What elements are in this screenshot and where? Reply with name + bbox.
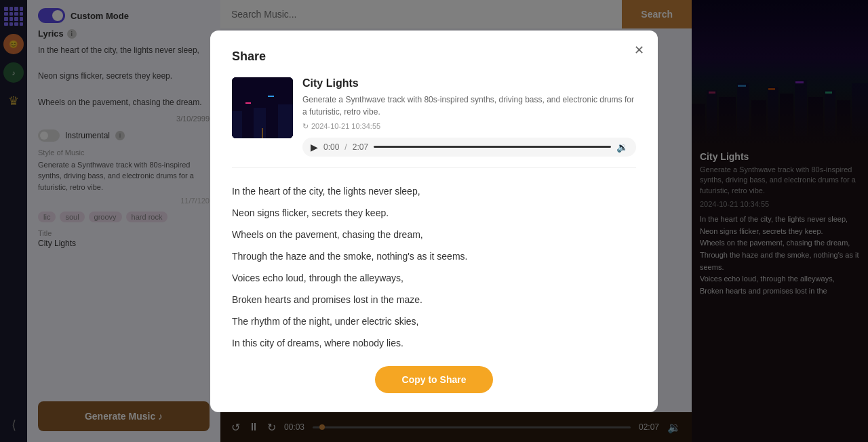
- svg-rect-23: [267, 94, 277, 138]
- lyric-line-2: Neon signs flicker, secrets they keep.: [232, 203, 636, 222]
- modal-current-time: 0:00: [323, 142, 339, 152]
- modal-lyrics: In the heart of the city, the lights nev…: [232, 182, 636, 353]
- album-art-svg: [232, 77, 293, 138]
- lyric-line-7: The rhythm of the night, under electric …: [232, 312, 636, 331]
- modal-track-row: City Lights Generate a Synthwave track w…: [232, 77, 636, 168]
- svg-rect-26: [268, 96, 274, 97]
- lyric-line-1: In the heart of the city, the lights nev…: [232, 182, 636, 201]
- modal-player: ▶ 0:00 / 2:07 🔉: [302, 138, 636, 157]
- modal-title: Share: [232, 49, 636, 64]
- lyric-line-6: Broken hearts and promises lost in the m…: [232, 290, 636, 309]
- modal-duration: 2:07: [353, 142, 368, 152]
- lyric-line-8: In this city of dreams, where nobody lie…: [232, 334, 636, 353]
- modal-album-art: [232, 77, 293, 138]
- lyric-line-4: Through the haze and the smoke, nothing'…: [232, 247, 636, 266]
- modal-close-button[interactable]: ✕: [634, 43, 644, 58]
- svg-rect-22: [254, 108, 266, 138]
- app-container: 😊 ♪ ♛ ⟨ Custom Mode Lyrics i In the hear…: [0, 0, 868, 442]
- date-icon: ↻: [302, 122, 309, 131]
- modal-track-info: City Lights Generate a Synthwave track w…: [302, 77, 636, 157]
- share-modal: Share ✕: [210, 31, 658, 412]
- svg-rect-21: [244, 101, 252, 138]
- modal-overlay[interactable]: Share ✕: [0, 0, 868, 442]
- modal-progress-bar[interactable]: [374, 146, 611, 148]
- modal-track-desc: Generate a Synthwave track with 80s-insp…: [302, 94, 636, 118]
- svg-rect-24: [278, 104, 293, 138]
- modal-play-button[interactable]: ▶: [311, 142, 318, 153]
- copy-share-button[interactable]: Copy to Share: [375, 366, 494, 393]
- svg-rect-25: [245, 102, 251, 104]
- lyric-line-5: Voices echo loud, through the alleyways,: [232, 268, 636, 287]
- modal-track-date: ↻ 2024-10-21 10:34:55: [302, 122, 636, 131]
- lyric-line-3: Wheels on the pavement, chasing the drea…: [232, 225, 636, 244]
- modal-footer: Copy to Share: [232, 366, 636, 393]
- modal-track-title: City Lights: [302, 77, 636, 89]
- modal-volume-icon[interactable]: 🔉: [616, 142, 628, 153]
- svg-rect-20: [232, 111, 242, 138]
